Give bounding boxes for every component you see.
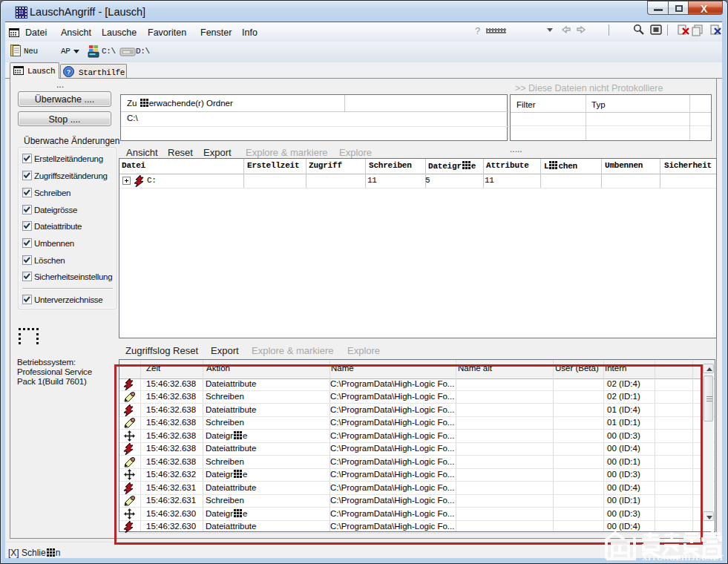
- svg-text:?: ?: [67, 68, 71, 76]
- svg-text:XITONGZHIJIA.NET: XITONGZHIJIA.NET: [642, 554, 724, 560]
